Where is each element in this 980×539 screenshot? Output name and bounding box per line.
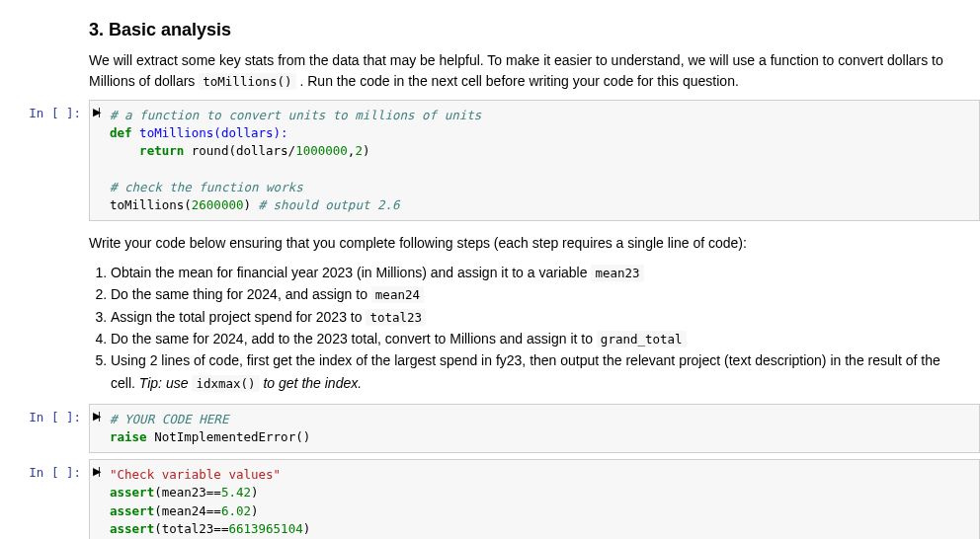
string-literal: "Check variable values" <box>110 467 281 482</box>
code-input-area[interactable]: # a function to convert units to million… <box>89 100 980 221</box>
number-literal: 1000000 <box>295 143 348 158</box>
keyword-assert: assert <box>110 503 154 518</box>
code-text: NotImplementedError() <box>147 429 311 444</box>
input-prompt: In [ ]: <box>0 459 89 539</box>
list-item: Assign the total project spend for 2023 … <box>111 306 960 328</box>
code-text: round(dollars/ <box>184 143 295 158</box>
keyword-def: def <box>110 125 132 140</box>
code-text: ) <box>243 197 258 212</box>
keyword-assert: assert <box>110 521 154 536</box>
code-text: ) <box>251 485 259 500</box>
number-literal: 2600000 <box>192 197 244 212</box>
code-input-area[interactable]: # YOUR CODE HERE raise NotImplementedErr… <box>89 404 980 453</box>
code-comment: # check the function works <box>110 180 303 194</box>
intro-text-2: . Run the code in the next cell before w… <box>296 73 739 89</box>
input-prompt: In [ ]: <box>0 404 89 453</box>
list-item: Obtain the mean for financial year 2023 … <box>111 262 960 283</box>
section-heading: 3. Basic analysis <box>89 20 960 40</box>
code-text: toMillions( <box>110 197 192 212</box>
inline-code: mean24 <box>371 286 424 303</box>
step-text: Do the same for 2024, add to the 2023 to… <box>111 331 597 346</box>
code-text: (total23== <box>154 521 228 536</box>
code-cell-1[interactable]: In [ ]: ▶| # a function to convert units… <box>0 100 980 221</box>
number-literal: 2 <box>355 143 363 158</box>
code-comment: # YOUR CODE HERE <box>110 412 228 426</box>
code-cell-3[interactable]: In [ ]: ▶| "Check variable values" asser… <box>0 459 980 539</box>
input-prompt: In [ ]: <box>0 100 89 221</box>
inline-code-tomillions: toMillions() <box>199 73 295 90</box>
inline-code: idxmax() <box>192 375 259 392</box>
list-item: Using 2 lines of code, first get the ind… <box>111 349 960 394</box>
tip-text: Tip: use <box>139 375 193 391</box>
step-text: Obtain the mean for financial year 2023 … <box>111 265 591 280</box>
code-text: (mean23== <box>154 485 221 500</box>
number-literal: 6613965104 <box>228 521 302 536</box>
code-text: ) <box>251 503 259 518</box>
keyword-assert: assert <box>110 485 154 500</box>
func-name: toMillions(dollars): <box>132 125 288 140</box>
step-text: Assign the total project spend for 2023 … <box>111 309 366 325</box>
code-cell-2[interactable]: In [ ]: ▶| # YOUR CODE HERE raise NotImp… <box>0 404 980 453</box>
code-text: ) <box>363 143 370 158</box>
inline-code: mean23 <box>591 265 643 281</box>
inline-code: grand_total <box>597 331 687 347</box>
code-text: (mean24== <box>154 503 221 518</box>
instructions-text: Write your code below ensuring that you … <box>89 233 960 254</box>
tip-text-2: to get the index. <box>260 375 363 391</box>
code-comment: # a function to convert units to million… <box>110 108 481 122</box>
markdown-cell: 3. Basic analysis We will extract some k… <box>89 20 960 92</box>
inline-code: total23 <box>366 309 426 326</box>
number-literal: 5.42 <box>221 485 251 500</box>
code-text: ) <box>303 521 311 536</box>
step-text: Do the same thing for 2024, and assign t… <box>111 286 371 302</box>
list-item: Do the same thing for 2024, and assign t… <box>111 283 960 305</box>
run-cell-icon[interactable]: ▶| <box>93 410 98 423</box>
list-item: Do the same for 2024, add to the 2023 to… <box>111 328 960 349</box>
run-cell-icon[interactable]: ▶| <box>93 465 98 478</box>
run-cell-icon[interactable]: ▶| <box>93 106 98 118</box>
keyword-raise: raise <box>110 429 147 444</box>
code-comment: # should output 2.6 <box>259 197 400 212</box>
intro-paragraph: We will extract some key stats from the … <box>89 50 960 92</box>
number-literal: 6.02 <box>221 503 251 518</box>
steps-list: Obtain the mean for financial year 2023 … <box>111 262 960 394</box>
markdown-cell: Write your code below ensuring that you … <box>89 233 960 394</box>
keyword-return: return <box>139 143 184 158</box>
code-input-area[interactable]: "Check variable values" assert(mean23==5… <box>89 459 980 539</box>
